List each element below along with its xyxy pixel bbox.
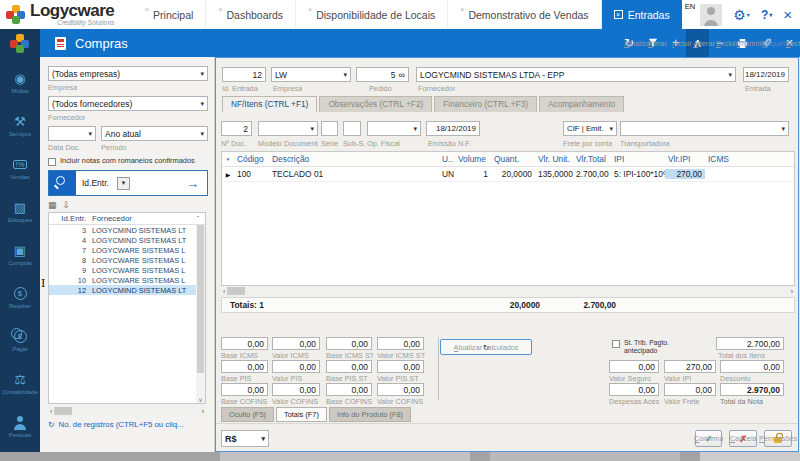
tab-close-icon[interactable]: × xyxy=(308,6,312,13)
base-pis-st-field[interactable]: 0,00 xyxy=(326,360,372,373)
fornecedor-select[interactable]: LOGYCMIND SISTEMAS LTDA - EPP xyxy=(416,67,736,82)
valor-ipi-field[interactable]: 270,00 xyxy=(664,360,716,373)
tab-entradas[interactable]: ×Entradas xyxy=(602,0,682,29)
tab-nf-itens[interactable]: NF/Itens (CTRL +F1) xyxy=(222,96,317,112)
sidebar-item-receber[interactable]: $Receber xyxy=(0,277,40,318)
tab-financeiro[interactable]: Financeiro (CTRL +F3) xyxy=(434,96,537,112)
binoculars-icon[interactable]: ∞ xyxy=(399,70,405,80)
grid-layout-icon[interactable]: ▦ xyxy=(48,200,57,210)
column-header-ipi[interactable]: IPI xyxy=(611,154,665,164)
list-horizontal-scrollbar[interactable]: ‹ › xyxy=(48,406,206,416)
list-item[interactable]: 4LOGYCMIND SISTEMAS LT xyxy=(49,235,205,245)
sidebar-item-servicos[interactable]: ⚒Serviços xyxy=(0,105,40,146)
records-count-link[interactable]: ↻ No. de registros (CTRL+F5 ou cliq... xyxy=(48,420,184,429)
column-header-u[interactable]: U.. xyxy=(439,154,455,164)
scrollbar-thumb[interactable] xyxy=(197,225,204,373)
scroll-right-icon[interactable]: › xyxy=(202,408,204,415)
sidebar-item-compras[interactable]: ▣Compras xyxy=(0,234,40,275)
column-header-icms[interactable]: ICMS xyxy=(705,154,745,164)
data-doc-select[interactable] xyxy=(48,126,96,141)
id-entrada-field[interactable]: 12 xyxy=(222,67,266,82)
tab-oculto[interactable]: Oculto (F5) xyxy=(221,407,274,422)
base-cofins-field[interactable]: 0,00 xyxy=(221,383,268,396)
tab-demonstrativo-de-vendas[interactable]: ×Demonstrativo de Vendas xyxy=(448,0,601,29)
valor-icms-field[interactable]: 0,00 xyxy=(272,337,320,350)
table-row[interactable]: ▶ 100 TECLADO 01 UN 1 20,0000 135,0000 2… xyxy=(222,167,794,182)
valor-cofins-field[interactable]: 0,00 xyxy=(272,383,320,396)
fornecedor-filter-select[interactable]: (Todos fornecedores) xyxy=(48,96,208,111)
user-avatar[interactable] xyxy=(700,4,722,26)
sidebar-item-pessoas[interactable]: Pessoas xyxy=(0,406,40,447)
base-icms-field[interactable]: 0,00 xyxy=(221,337,268,350)
sidebar-item-pagar[interactable]: $Pagar xyxy=(0,320,40,361)
tab-disponibilidade-de-locais[interactable]: ×Disponibilidade de Locais xyxy=(296,0,448,29)
tab-observacoes[interactable]: Observações (CTRL +F2) xyxy=(319,96,432,112)
empresa-select[interactable]: LW xyxy=(271,67,351,82)
cancela-button[interactable]: ✗Cancela xyxy=(729,430,757,447)
valor-frete-field[interactable]: 0,00 xyxy=(664,383,716,396)
sidebar-item-midias[interactable]: ◉Mídias xyxy=(0,62,40,103)
column-header-vlr-total[interactable]: Vlr.Total xyxy=(573,154,611,164)
column-header-codigo[interactable]: Código xyxy=(234,154,269,164)
base-cofins-st-field[interactable]: 0,00 xyxy=(326,383,372,396)
periodo-select[interactable]: Ano atual xyxy=(101,126,208,141)
atualizar-calculados-button[interactable]: ↻ Atualizar calculados xyxy=(440,339,532,355)
st-trib-checkbox[interactable] xyxy=(612,340,620,348)
column-header-volume[interactable]: Volume xyxy=(455,154,491,164)
list-item-selected[interactable]: 12LOGYCMIND SISTEMAS LT xyxy=(49,285,205,295)
tab-close-icon[interactable]: × xyxy=(460,6,464,13)
frete-por-conta-select[interactable]: CIF | Emit. xyxy=(563,121,617,136)
tab-close-icon[interactable]: × xyxy=(218,6,222,13)
valor-pis-field[interactable]: 0,00 xyxy=(272,360,320,373)
tab-totais[interactable]: Totais (F7) xyxy=(276,407,327,422)
settings-gear-icon[interactable]: ⚙▾ xyxy=(733,7,750,23)
n-doc-field[interactable]: 2 xyxy=(221,121,252,136)
grid-filter-icon[interactable]: ▾ xyxy=(222,156,234,162)
boxed-close-icon[interactable]: × xyxy=(614,10,623,19)
column-header-id-entr[interactable]: Id.Entr. xyxy=(49,214,89,223)
romaneios-checkbox[interactable] xyxy=(48,158,56,166)
list-item[interactable]: 7LOGYCWARE SISTEMAS L xyxy=(49,245,205,255)
desconto-field[interactable]: 0,00 xyxy=(720,360,784,373)
column-header-vlr-ipi[interactable]: Vlr.IPI xyxy=(665,154,705,164)
search-button[interactable] xyxy=(49,171,76,195)
sub-s-field[interactable] xyxy=(343,121,361,136)
scroll-left-icon[interactable]: ‹ xyxy=(50,408,52,415)
op-fiscal-select[interactable] xyxy=(367,121,421,136)
incluir-button[interactable]: +Incluir xyxy=(665,29,686,57)
list-item[interactable]: 10LOGYCWARE SISTEMAS L xyxy=(49,275,205,285)
items-grid-horizontal-scrollbar[interactable]: ‹ › xyxy=(221,286,795,296)
list-vertical-scrollbar[interactable]: ∨ xyxy=(196,225,205,403)
total-dos-itens-field[interactable]: 2.700,00 xyxy=(716,337,784,350)
column-header-descricao[interactable]: Descrição xyxy=(269,154,439,164)
scroll-left-icon[interactable]: ‹ xyxy=(223,288,225,295)
window-close-icon[interactable]: × xyxy=(783,6,792,23)
search-go-arrow-icon[interactable]: → xyxy=(186,176,199,191)
sort-ascending-icon[interactable]: ˆ xyxy=(191,215,205,222)
atualizar-button[interactable]: ↻Atualizar xyxy=(617,29,641,57)
modelo-documento-select[interactable] xyxy=(258,121,318,136)
list-item[interactable]: 8LOGYCWARE SISTEMAS L xyxy=(49,255,205,265)
sidebar-item-contabilidade[interactable]: ⚖Contabilidade xyxy=(0,363,40,404)
valor-icms-st-field[interactable]: 0,00 xyxy=(377,337,424,350)
sidebar-item-estoques[interactable]: ▨Estoques xyxy=(0,191,40,232)
base-pis-field[interactable]: 0,00 xyxy=(221,360,268,373)
scrollbar-thumb[interactable] xyxy=(54,407,72,415)
scroll-down-icon[interactable]: ∨ xyxy=(196,396,205,403)
cell-vlr-ipi-selected[interactable]: 270,00 xyxy=(665,169,705,179)
scroll-right-icon[interactable]: › xyxy=(791,288,793,295)
despesas-aces-field[interactable]: 0,00 xyxy=(609,383,659,396)
search-field-dropdown[interactable]: ▼ xyxy=(117,177,130,190)
tab-info-produto[interactable]: Info do Produto (F8) xyxy=(329,407,411,422)
empresa-filter-select[interactable]: (Todas empresas) xyxy=(48,66,208,81)
serie-field[interactable] xyxy=(321,121,338,136)
scrollbar-thumb[interactable] xyxy=(227,287,245,295)
confirma-button[interactable]: ✓Confirma xyxy=(695,430,723,447)
currency-select[interactable]: R$ xyxy=(221,430,269,447)
transportadora-select[interactable] xyxy=(620,121,789,136)
saved-filters-icon[interactable]: ⇩ xyxy=(63,200,71,210)
permissoes-button[interactable]: Permissões xyxy=(764,430,792,447)
column-header-fornecedor[interactable]: Fornecedor xyxy=(89,214,191,223)
list-item[interactable]: 3LOGYCMIND SISTEMAS LT xyxy=(49,225,205,235)
sidebar-item-vendas[interactable]: !%Vendas xyxy=(0,148,40,189)
